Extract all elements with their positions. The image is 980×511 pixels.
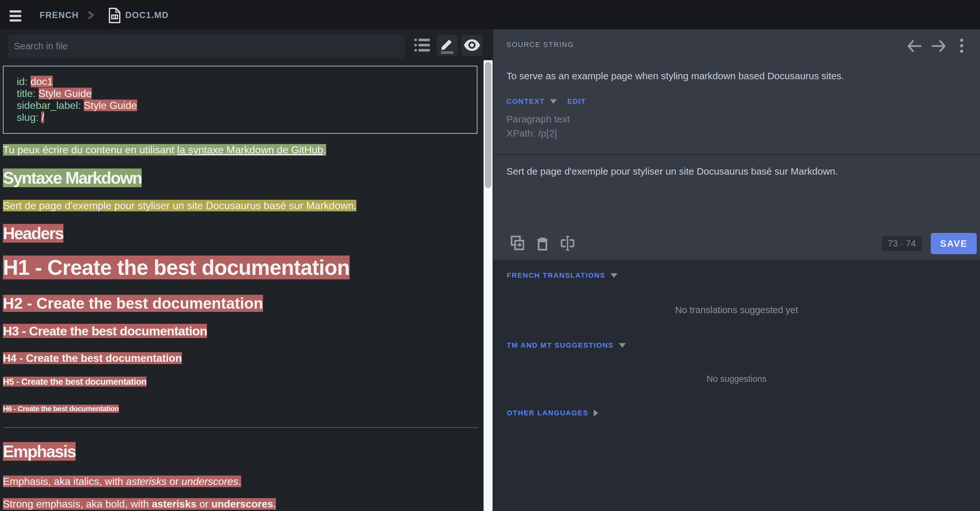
svg-text:M: M <box>112 15 115 19</box>
